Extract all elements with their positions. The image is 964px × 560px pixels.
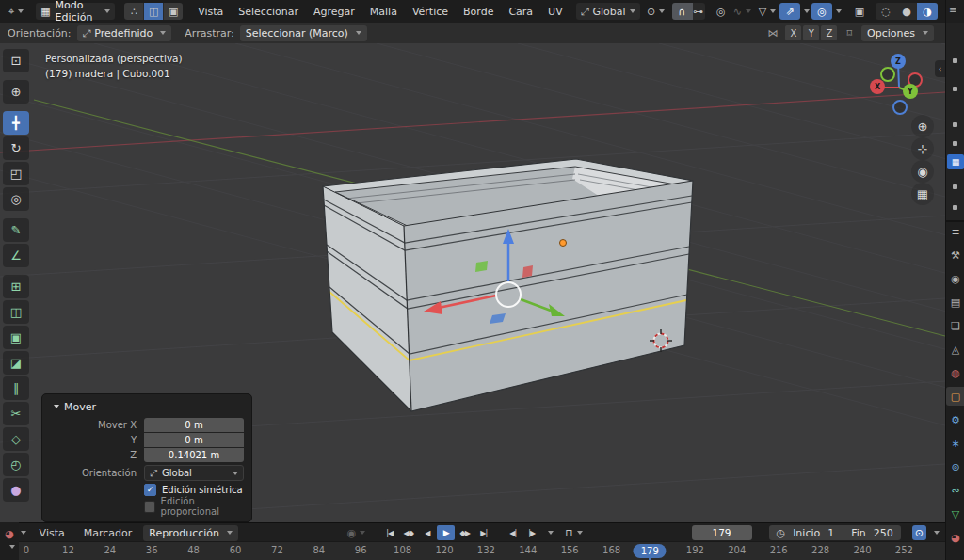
shading-material-preview-button[interactable]: ◑ [917,3,938,20]
outliner-item-dot[interactable] [953,184,957,189]
tab-physics[interactable]: ⊚ [946,457,964,476]
jump-to-start-button[interactable]: |◀ [380,525,398,540]
outliner-active-mesh-item[interactable]: ▦ [947,154,964,169]
mirror-axis-z-button[interactable]: Z [821,25,837,40]
tab-constraints[interactable]: ∾ [946,481,964,500]
menu-seleccionar[interactable]: Seleccionar [231,2,306,21]
tool-spin-button[interactable]: ◴ [3,453,29,476]
tool-transform-button[interactable]: ◎ [3,187,29,211]
tool-bevel-button[interactable]: ◪ [3,351,29,375]
gizmo-plane-y[interactable] [522,265,533,278]
menu-vista[interactable]: Vista [190,2,231,21]
outliner-item-dot[interactable] [953,141,957,146]
start-frame-value[interactable]: 1 [827,527,834,539]
sidebar-collapse-button[interactable]: ‹ [935,60,945,77]
outliner-item-dot[interactable] [953,205,957,210]
tool-add-cube-button[interactable]: ⊞ [3,275,29,298]
tool-loop-cut-button[interactable]: ∥ [3,376,29,400]
tab-view-layer[interactable]: ❏ [946,316,964,335]
tab-tool[interactable]: ⚒ [946,246,964,264]
preview-range-button[interactable]: ⊓ [563,524,585,541]
shading-solid-button[interactable]: ● [896,3,917,20]
auto-keying-button[interactable]: ◉ [345,524,368,541]
prev-frame-button[interactable]: ◀| [504,525,522,540]
gizmo-z-ball[interactable]: Z [891,54,906,69]
tool-rotate-button[interactable]: ↻ [3,136,29,160]
gizmos-toggle-button[interactable]: ⇗ [779,3,800,20]
tab-output[interactable]: ▤ [946,293,964,312]
tool-cursor-button[interactable]: ⊕ [3,80,29,104]
operator-panel-header[interactable]: Mover [50,399,244,414]
play-reverse-button[interactable]: ◀ [418,525,436,540]
gizmo-neg-y-ball[interactable] [880,67,895,82]
mode-dropdown[interactable]: ▦ Modo Edición [36,3,115,20]
current-frame-field[interactable]: 179 [692,525,752,540]
proportional-editing-button[interactable]: ◎ [711,3,731,20]
outliner-editor-icon[interactable]: ≡ [949,5,956,15]
overlays-toggle-button[interactable]: ◎ [811,3,832,20]
pan-button[interactable]: ⊹ [911,137,934,160]
gizmo-x-ball[interactable]: X [870,79,885,94]
menu-agregar[interactable]: Agregar [306,2,362,21]
outliner-item-dot[interactable] [953,87,957,91]
navigation-gizmo[interactable]: ZXY [864,51,926,117]
move-y-field[interactable]: 0 m [144,433,244,447]
tool-measure-button[interactable]: ∠ [3,244,29,267]
tool-move-button[interactable]: ╋ [3,111,29,135]
tab-particles[interactable]: ∗ [946,434,964,453]
editor-type-button[interactable]: ⌖ [4,3,28,20]
tab-modifiers[interactable]: ⚙ [946,410,964,429]
menu-uv[interactable]: UV [540,2,570,21]
tab-material[interactable]: ◕ [946,528,964,547]
tab-object[interactable]: ▢ [946,387,964,406]
tab-scene[interactable]: ◬ [946,340,964,359]
gizmo-neg-z-ball[interactable] [892,100,908,115]
snap-target-dropdown[interactable]: ⊶ [693,3,705,20]
next-frame-button[interactable]: |▶ [522,525,540,540]
playhead-badge[interactable]: 179 [634,544,667,558]
outliner-item-dot[interactable] [953,122,957,127]
prev-keyframe-button[interactable]: ◀◆ [399,525,417,540]
falloff-dropdown[interactable]: ∿ [731,3,753,20]
keying-button[interactable]: ⊙ [912,525,926,540]
tool-poly-build-button[interactable]: ◇ [3,427,29,451]
tab-object-data[interactable]: ▽ [946,504,964,523]
playback-menu[interactable]: Reproducción [143,525,238,541]
gizmo-y-ball[interactable]: Y [903,84,918,99]
options-dropdown[interactable]: Opciones [861,25,934,41]
timeline-menu-marcador[interactable]: Marcador [76,527,140,539]
tool-knife-button[interactable]: ✂ [3,402,29,425]
play-button[interactable]: ▶ [437,525,455,540]
end-frame-value[interactable]: 250 [874,527,893,539]
viewport-3d[interactable]: Personalizada (perspectiva) (179) madera… [0,43,945,522]
edge-select-mode-button[interactable]: ◫ [144,3,164,20]
tool-select-box-button[interactable]: ⊡ [3,49,29,72]
tab-render[interactable]: ◉ [946,269,964,288]
show-hide-filter-dropdown[interactable]: ▽ [757,3,778,20]
tool-inset-faces-button[interactable]: ▣ [3,326,29,349]
face-select-mode-button[interactable]: ▣ [164,3,183,20]
tab-material-bottom[interactable]: ◕ [0,524,19,543]
snap-base-icon[interactable]: ⌑ [846,28,852,39]
mirror-axis-x-button[interactable]: X [785,25,801,40]
menu-borde[interactable]: Borde [456,2,501,21]
outliner-item-dot[interactable] [953,58,957,63]
mirror-axis-y-button[interactable]: Y [803,25,819,40]
xray-toggle-button[interactable]: ▣ [849,3,870,20]
drag-mode-dropdown[interactable]: Seleccionar (Marco) [240,25,367,41]
snap-toggle-button[interactable]: ∩ [672,3,693,20]
pivot-point-button[interactable]: ⊙ [646,3,667,20]
tool-smooth-button[interactable]: ● [3,478,29,502]
panel-orientation-dropdown[interactable]: ⤢ Global [144,465,244,481]
next-keyframe-button[interactable]: ◆▶ [456,525,474,540]
properties-editor-type-icon[interactable]: ≡ [946,222,964,241]
timeline-menu-vista[interactable]: Vista [32,527,72,539]
tool-annotate-button[interactable]: ✎ [3,218,29,242]
zoom-button[interactable]: ⊕ [911,115,934,137]
menu-vértice[interactable]: Vértice [405,2,456,21]
dock-expand-caret[interactable] [9,545,15,549]
symmetric-edit-checkbox[interactable]: ✓ [144,484,156,496]
jump-to-end-button[interactable]: ▶| [474,525,492,540]
tool-scale-button[interactable]: ◰ [3,162,29,185]
menu-malla[interactable]: Malla [362,2,405,21]
